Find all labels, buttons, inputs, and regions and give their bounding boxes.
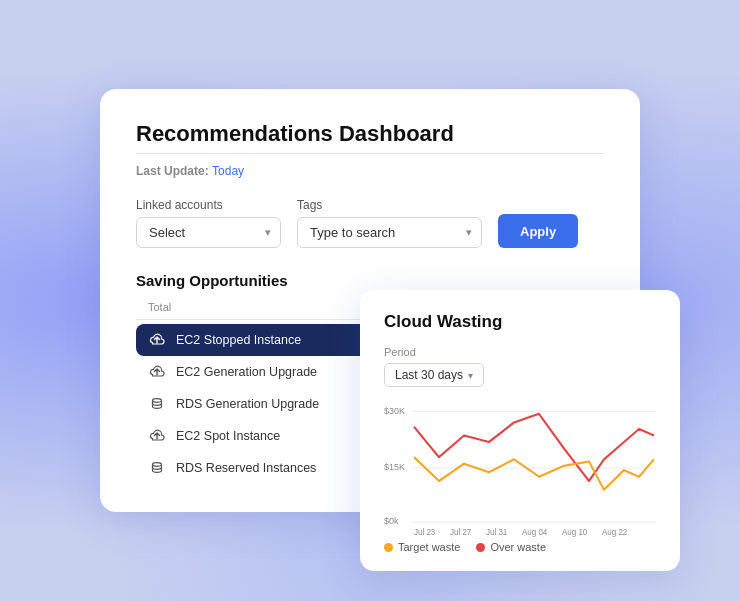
wasting-chart: $30K $15K $0k Jul 23 Jul 27 Jul 31 Aug 0… — [384, 403, 656, 533]
row-label: RDS Generation Upgrade — [176, 397, 319, 411]
row-label: RDS Reserved Instances — [176, 461, 316, 475]
apply-button[interactable]: Apply — [498, 214, 578, 248]
over-dot — [476, 543, 485, 552]
cloud-upload-icon — [146, 329, 168, 351]
row-label: EC2 Stopped Instance — [176, 333, 301, 347]
svg-text:Aug 10: Aug 10 — [562, 527, 588, 537]
row-name: EC2 Spot Instance — [136, 425, 364, 447]
svg-text:Aug 04: Aug 04 — [522, 527, 548, 537]
svg-text:Jul 27: Jul 27 — [450, 527, 472, 537]
legend-target: Target waste — [384, 541, 460, 553]
tags-group: Tags Type to search ▾ — [297, 198, 482, 248]
title-divider — [136, 153, 604, 154]
row-name: EC2 Generation Upgrade — [136, 361, 364, 383]
target-dot — [384, 543, 393, 552]
row-name: RDS Generation Upgrade — [136, 393, 364, 415]
period-label: Period — [384, 346, 656, 358]
tags-select[interactable]: Type to search — [297, 217, 482, 248]
chart-legend: Target waste Over waste — [384, 541, 656, 553]
linked-accounts-group: Linked accounts Select ▾ — [136, 198, 281, 248]
period-dropdown[interactable]: Last 30 days ▾ — [384, 363, 484, 387]
saving-opportunities-title: Saving Opportunities — [136, 272, 604, 289]
over-label: Over waste — [490, 541, 546, 553]
tags-label: Tags — [297, 198, 482, 212]
row-name: RDS Reserved Instances — [136, 457, 364, 479]
cloud-wasting-title: Cloud Wasting — [384, 312, 656, 332]
tags-select-wrapper: Type to search ▾ — [297, 217, 482, 248]
header-total: Total — [136, 301, 364, 313]
row-label: EC2 Spot Instance — [176, 429, 280, 443]
svg-text:$0k: $0k — [384, 516, 399, 526]
target-label: Target waste — [398, 541, 460, 553]
row-name: EC2 Stopped Instance — [136, 329, 364, 351]
cloud-spot-icon — [146, 425, 168, 447]
filters-row: Linked accounts Select ▾ Tags Type to se… — [136, 198, 604, 248]
period-arrow-icon: ▾ — [468, 370, 473, 381]
svg-text:Jul 31: Jul 31 — [486, 527, 508, 537]
svg-text:Aug 22: Aug 22 — [602, 527, 628, 537]
svg-point-0 — [153, 399, 162, 403]
legend-over: Over waste — [476, 541, 546, 553]
database-icon — [146, 393, 168, 415]
row-label: EC2 Generation Upgrade — [176, 365, 317, 379]
svg-text:Jul 23: Jul 23 — [414, 527, 436, 537]
page-title: Recommendations Dashboard — [136, 121, 604, 147]
period-value: Last 30 days — [395, 368, 463, 382]
cloud-upgrade-icon — [146, 361, 168, 383]
svg-text:$30K: $30K — [384, 406, 406, 416]
cloud-wasting-card: Cloud Wasting Period Last 30 days ▾ $30K… — [360, 290, 680, 571]
linked-accounts-select[interactable]: Select — [136, 217, 281, 248]
database-reserved-icon — [146, 457, 168, 479]
linked-accounts-label: Linked accounts — [136, 198, 281, 212]
last-update: Last Update: Today — [136, 164, 604, 178]
svg-text:$15K: $15K — [384, 462, 406, 472]
linked-accounts-select-wrapper: Select ▾ — [136, 217, 281, 248]
svg-point-1 — [153, 463, 162, 467]
chart-container: $30K $15K $0k Jul 23 Jul 27 Jul 31 Aug 0… — [384, 403, 656, 533]
